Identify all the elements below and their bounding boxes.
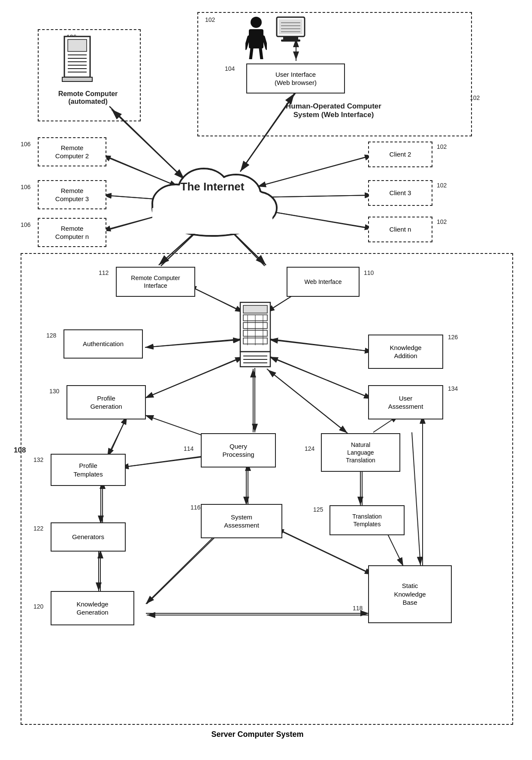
ui-web-browser-box: User Interface(Web browser)	[246, 63, 345, 93]
static-knowledge-base-box: StaticKnowledgeBase	[368, 565, 452, 623]
knowledge-generation-box: KnowledgeGeneration	[51, 591, 134, 625]
client-2-box: Client 2	[368, 142, 432, 167]
ref-110: 110	[364, 269, 374, 276]
ref-114: 114	[184, 445, 193, 452]
ref-130: 130	[49, 388, 59, 395]
client-3-box: Client 3	[368, 180, 432, 206]
web-interface-box: Web Interface	[287, 267, 360, 297]
ref-132: 132	[33, 456, 43, 463]
remote-computer-2-box: RemoteComputer 2	[38, 137, 106, 166]
natural-language-box: NaturalLanguageTranslation	[321, 433, 400, 472]
ref-102-n: 102	[437, 218, 447, 225]
ref-104: 104	[225, 65, 235, 72]
user-assessment-box: UserAssessment	[368, 385, 443, 419]
internet-cloud	[142, 152, 283, 238]
remote-computer-n-box: RemoteComputer n	[38, 218, 106, 247]
profile-generation-box: ProfileGeneration	[66, 385, 146, 419]
ref-112: 112	[99, 269, 109, 276]
remote-computer-3-box: RemoteComputer 3	[38, 180, 106, 209]
remote-computer-interface-box: Remote ComputerInterface	[116, 267, 195, 297]
diagram-container: 102 106 102 User In	[0, 0, 532, 760]
ref-125: 125	[313, 506, 323, 513]
remote-computer-server-icon	[56, 34, 99, 87]
system-assessment-box: SystemAssessment	[201, 504, 282, 538]
ref-106-3: 106	[21, 184, 30, 190]
human-operated-label: Human-Operated ComputerSystem (Web Inter…	[200, 102, 468, 119]
remote-computer-main-label: Remote Computer(automated)	[34, 90, 142, 106]
ref-116: 116	[190, 504, 200, 511]
authentication-box: Authentication	[63, 329, 143, 359]
ref-128: 128	[46, 332, 56, 339]
central-server-icon	[234, 300, 277, 373]
generators-box: Generators	[51, 522, 126, 552]
internet-label: The Internet	[146, 180, 279, 193]
client-n-box: Client n	[368, 217, 432, 242]
ref-106-2: 106	[21, 141, 30, 148]
ref-122: 122	[33, 525, 43, 532]
server-system-label: Server Computer System	[86, 730, 429, 739]
knowledge-addition-box: KnowledgeAddition	[368, 335, 443, 369]
profile-templates-box: ProfileTemplates	[51, 454, 126, 486]
ref-120: 120	[33, 603, 43, 610]
ref-124: 124	[305, 445, 314, 452]
translation-templates-box: TranslationTemplates	[329, 505, 405, 535]
svg-rect-85	[62, 77, 92, 81]
svg-rect-98	[243, 305, 267, 313]
ref-118: 118	[353, 605, 363, 612]
svg-rect-96	[152, 208, 272, 234]
ref-102-3: 102	[437, 182, 447, 189]
ref-108: 108	[14, 446, 26, 455]
ref-126: 126	[448, 334, 458, 341]
query-processing-box: QueryProcessing	[201, 433, 276, 467]
svg-rect-78	[68, 39, 87, 51]
ref-102-2: 102	[437, 143, 447, 150]
ref-134: 134	[448, 385, 458, 392]
ref-106-n: 106	[21, 221, 30, 228]
